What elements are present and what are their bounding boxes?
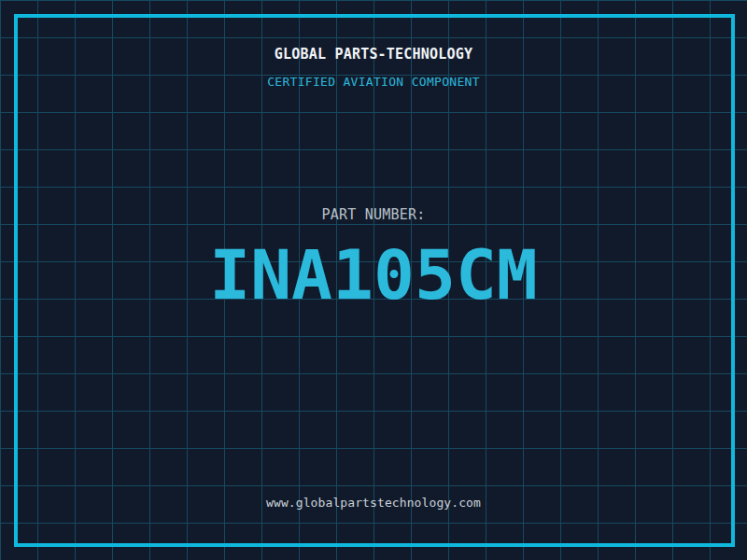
part-number-value: INA105CM [0, 241, 747, 309]
part-number-label: PART NUMBER: [0, 206, 747, 223]
part-card: { "header": { "title": "GLOBAL PARTS-TEC… [0, 0, 747, 560]
company-title: GLOBAL PARTS-TECHNOLOGY [0, 46, 747, 63]
certification-subtitle: CERTIFIED AVIATION COMPONENT [0, 75, 747, 89]
website-url: www.globalpartstechnology.com [0, 496, 747, 510]
